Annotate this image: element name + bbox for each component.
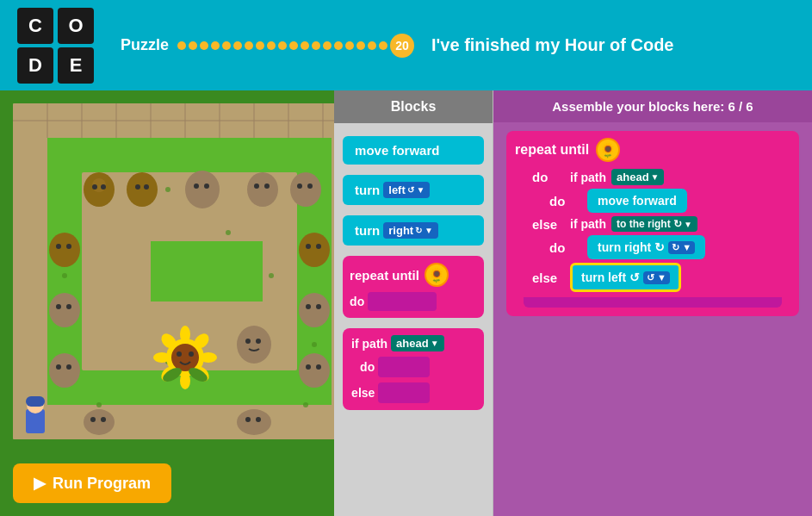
svg-point-55	[299, 233, 330, 267]
svg-point-53	[56, 364, 61, 370]
puzzle-dot	[278, 41, 287, 50]
maze-canvas	[13, 103, 334, 439]
svg-point-57	[316, 244, 321, 249]
block-turn-left[interactable]: turn left ↺ ▼	[343, 175, 484, 205]
svg-point-44	[297, 183, 302, 189]
turn-right-text: turn	[355, 223, 380, 238]
main: ▶ Run Program Blocks move forward turn l…	[0, 90, 812, 516]
svg-point-29	[303, 402, 308, 407]
svg-point-24	[269, 273, 274, 278]
svg-point-80	[177, 351, 182, 357]
svg-point-69	[256, 417, 261, 422]
asm-do-move-row: do move forward	[549, 189, 790, 213]
turn-left-dropdown[interactable]: left ↺ ▼	[383, 182, 430, 198]
repeat-until-label: repeat until	[350, 268, 419, 283]
svg-point-40	[247, 172, 278, 207]
asm-else-label: else	[532, 217, 565, 232]
block-turn-right[interactable]: turn right ↻ ▼	[343, 215, 484, 246]
puzzle-label: Puzzle	[121, 36, 169, 54]
turn-right-inner-dropdown[interactable]: ↻ ▼	[668, 241, 695, 254]
else-label: else	[351, 386, 375, 400]
puzzle-dot	[233, 41, 242, 50]
svg-point-84	[237, 326, 271, 364]
do-label-if: do	[360, 360, 375, 374]
svg-point-39	[204, 183, 209, 189]
svg-rect-4	[332, 103, 334, 439]
asm-turn-right-block[interactable]: turn right ↻ ↻ ▼	[587, 235, 705, 259]
svg-point-72	[180, 372, 190, 389]
puzzle-dot	[379, 41, 387, 50]
assemble-panel: Assemble your blocks here: 6 / 6 repeat …	[493, 90, 812, 516]
turn-left-text: turn	[355, 183, 380, 197]
svg-point-61	[299, 353, 330, 388]
asm-repeat-block[interactable]: repeat until 🌻 do if path ahead ▼ do	[506, 131, 799, 316]
puzzle-dot	[301, 41, 309, 50]
puzzle-dot	[312, 41, 320, 50]
svg-point-46	[49, 233, 80, 267]
svg-point-54	[66, 364, 71, 370]
svg-point-60	[316, 304, 321, 309]
assemble-area: repeat until 🌻 do if path ahead ▼ do	[493, 122, 812, 325]
svg-point-25	[312, 342, 317, 347]
svg-point-65	[90, 417, 96, 422]
asm-do-move-label: do	[549, 194, 582, 208]
run-program-button[interactable]: ▶ Run Program	[13, 463, 171, 503]
puzzle-dot	[267, 41, 276, 50]
asm-repeat-label: repeat until	[515, 142, 589, 158]
puzzle-dot	[323, 41, 332, 50]
block-if-path[interactable]: if path ahead ▼ do else	[343, 328, 484, 410]
svg-point-42	[264, 183, 270, 189]
asm-else-row: else if path to the right ↻ ▼	[532, 216, 790, 232]
if-path-text: if path	[351, 337, 387, 351]
puzzle-dot	[334, 41, 343, 50]
chevron-down-icon: ▼	[431, 339, 439, 348]
svg-point-33	[101, 184, 106, 190]
svg-point-47	[56, 244, 61, 249]
maze-svg	[13, 103, 334, 439]
play-icon: ▶	[34, 474, 46, 493]
svg-point-85	[245, 339, 251, 344]
asm-move-forward-block[interactable]: move forward	[587, 189, 687, 213]
svg-point-73	[153, 352, 170, 363]
asm-turn-left-block[interactable]: turn left ↺ ↺ ▼	[570, 263, 681, 292]
chevron-down-icon: ↻ ▼	[415, 226, 433, 235]
blocks-panel: Blocks move forward turn left ↺ ▼ turn r…	[334, 90, 493, 516]
svg-point-28	[96, 402, 102, 407]
do-label-repeat: do	[350, 295, 364, 308]
move-forward-label: move forward	[355, 143, 439, 158]
svg-point-37	[185, 171, 220, 208]
game-area: ▶ Run Program	[0, 90, 334, 516]
blocks-list: move forward turn left ↺ ▼ turn right ↻ …	[334, 123, 493, 423]
blocks-panel-header: Blocks	[334, 90, 493, 123]
svg-point-48	[66, 244, 71, 249]
turn-left-inner-dropdown[interactable]: ↺ ▼	[643, 271, 670, 284]
asm-ahead-dropdown[interactable]: ahead ▼	[611, 169, 664, 185]
puzzle-dot	[222, 41, 231, 50]
svg-point-32	[92, 184, 97, 190]
asm-else-if-path-text: if path	[570, 217, 606, 231]
svg-point-27	[62, 273, 67, 278]
chevron-down-icon: ▼	[684, 220, 692, 229]
svg-point-79	[171, 344, 199, 371]
asm-to-right-dropdown[interactable]: to the right ↻ ▼	[611, 216, 697, 232]
asm-do-row: do if path ahead ▼	[532, 169, 790, 185]
svg-point-50	[56, 304, 61, 309]
svg-point-62	[306, 364, 311, 370]
svg-point-66	[101, 417, 106, 422]
svg-rect-91	[26, 396, 45, 407]
do-slot-if	[378, 357, 430, 377]
asm-sunflower-icon: 🌻	[596, 138, 620, 162]
svg-point-59	[306, 304, 311, 309]
turn-right-dropdown[interactable]: right ↻ ▼	[383, 222, 438, 239]
puzzle-bar: Puzzle 20 I've finished my Hour of Code	[121, 34, 795, 58]
svg-point-64	[84, 409, 115, 435]
chevron-down-icon: ↺ ▼	[407, 185, 425, 195]
header: C O D E Puzzle 20 I've finished my Hour …	[0, 0, 812, 90]
if-path-dropdown[interactable]: ahead ▼	[391, 335, 443, 351]
asm-do-label: do	[532, 170, 565, 184]
svg-point-67	[237, 409, 271, 435]
do-slot	[368, 292, 437, 311]
run-program-label: Run Program	[53, 475, 151, 493]
block-move-forward[interactable]: move forward	[343, 136, 484, 165]
block-repeat-until[interactable]: repeat until 🌻 do	[343, 256, 484, 318]
